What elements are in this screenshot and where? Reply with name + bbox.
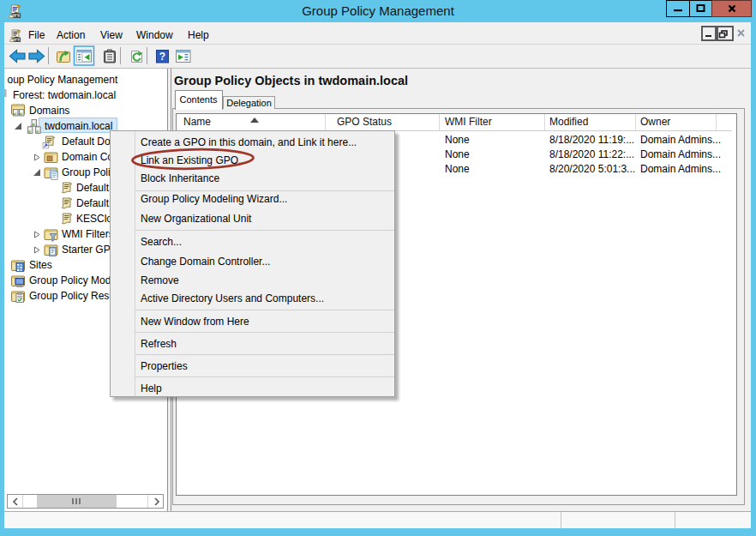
svg-text:?: ? bbox=[159, 51, 165, 63]
